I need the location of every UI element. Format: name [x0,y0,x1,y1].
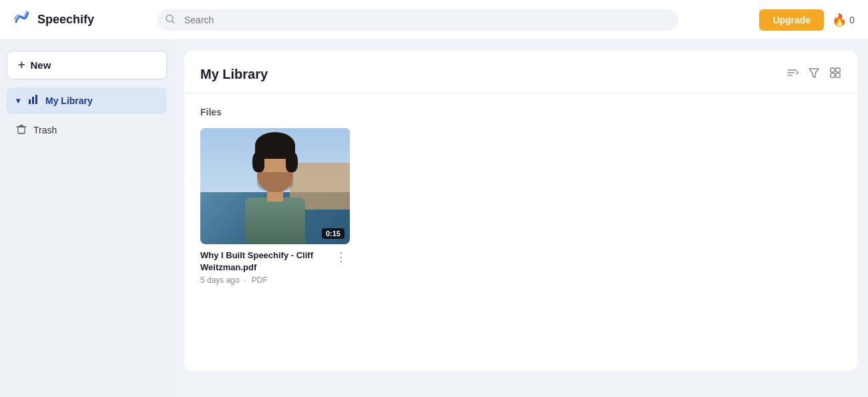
logo-icon [13,10,32,30]
trash-icon [16,123,27,137]
library-title: My Library [200,67,268,82]
svg-rect-14 [831,68,835,72]
sort-icon[interactable] [787,67,799,82]
upgrade-button[interactable]: Upgrade [759,9,824,31]
sidebar-item-label: Trash [33,125,57,135]
svg-rect-4 [35,95,37,104]
svg-rect-2 [29,99,31,104]
files-grid: 0:15 Why I Built Speechify - Cliff Weitz… [200,128,841,285]
streak-badge: 🔥 0 [832,13,855,27]
app-header: Speechify Upgrade 🔥 0 [0,0,868,40]
library-card: My Library [184,51,857,371]
app-title: Speechify [37,13,94,27]
content-area: My Library [174,40,868,397]
file-type: PDF [252,276,268,285]
header-right: Upgrade 🔥 0 [759,9,855,31]
sidebar-item-trash[interactable]: Trash [7,117,167,143]
chevron-down-icon: ▾ [16,96,20,105]
logo-area: Speechify [13,10,147,30]
files-section: Files [184,93,857,298]
svg-rect-15 [836,68,840,72]
file-age: 5 days ago [200,276,240,285]
sidebar: + New ▾ My Library [0,40,174,397]
svg-rect-16 [831,73,835,77]
library-actions [787,67,841,82]
new-button-label: New [31,59,51,71]
file-name: Why I Built Speechify - Cliff Weitzman.p… [200,250,333,274]
svg-rect-3 [32,97,34,104]
files-label: Files [200,107,841,117]
svg-marker-13 [809,69,819,77]
grid-view-icon[interactable] [829,67,841,82]
main-layout: + New ▾ My Library [0,40,868,397]
library-header: My Library [184,51,857,82]
search-bar[interactable] [158,9,678,31]
svg-rect-17 [836,73,840,77]
library-icon [28,94,39,107]
thumbnail-image [200,128,350,244]
file-details: Why I Built Speechify - Cliff Weitzman.p… [200,250,333,285]
separator: · [244,276,246,285]
svg-rect-5 [18,127,25,133]
svg-line-1 [172,21,174,23]
new-button[interactable]: + New [7,51,167,79]
file-info: Why I Built Speechify - Cliff Weitzman.p… [200,250,350,285]
sidebar-item-my-library[interactable]: ▾ My Library [7,87,167,114]
search-icon [166,14,175,25]
plus-icon: + [18,58,25,72]
file-thumbnail: 0:15 [200,128,350,244]
file-card[interactable]: 0:15 Why I Built Speechify - Cliff Weitz… [200,128,350,285]
duration-badge: 0:15 [322,228,345,239]
more-options-button[interactable]: ⋮ [333,250,350,264]
fire-icon: 🔥 [832,13,847,27]
file-meta: 5 days ago · PDF [200,276,333,285]
streak-count: 0 [849,15,855,25]
search-input[interactable] [158,9,678,31]
sidebar-item-label: My Library [45,95,93,106]
filter-icon[interactable] [808,67,820,82]
